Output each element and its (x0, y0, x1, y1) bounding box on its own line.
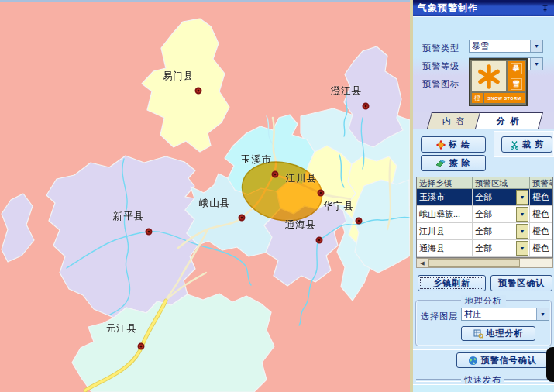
analysis-page: 标 绘 裁 剪 擦 除 选择乡镇 预警 (413, 129, 554, 392)
town-name-cell[interactable]: 玉溪市 (417, 189, 473, 205)
plot-button[interactable]: 标 绘 (421, 136, 486, 153)
area-dropdown-button[interactable]: ▼ (516, 190, 528, 205)
section-divider (413, 349, 554, 350)
area-cell[interactable]: 全部▼ (473, 189, 530, 205)
level-cell[interactable]: 橙色 (530, 206, 553, 222)
warning-icon-bottom: 橙 SNOW STORM (472, 93, 525, 103)
town-name-cell[interactable]: 通海县 (417, 240, 473, 256)
town-table-header: 选择乡镇 预警区域 预警等级 (417, 177, 552, 189)
map-top-border (0, 0, 410, 2)
area-cell[interactable]: 全部▼ (473, 223, 530, 239)
warning-level-label: 预警等级 (422, 60, 459, 72)
eraser-icon (435, 159, 446, 168)
panel-titlebar[interactable]: 气象预警制作 (413, 0, 554, 16)
area-value: 全部 (475, 242, 492, 254)
dropdown-arrow-icon[interactable]: ▼ (530, 58, 542, 70)
refresh-towns-button[interactable]: 乡镇刷新 (418, 275, 486, 291)
area-value: 全部 (475, 225, 492, 237)
layer-select-value: 村庄 (464, 308, 536, 320)
layer-select-label: 选择图层 (421, 311, 458, 322)
area-value: 全部 (475, 191, 492, 203)
clip-button[interactable]: 裁 剪 (501, 136, 552, 153)
scrollbar-thumb[interactable] (428, 259, 520, 267)
confirm-signal-button[interactable]: 预警信号确认 (456, 352, 548, 368)
geo-analysis-button[interactable]: 地理分析 (461, 326, 535, 341)
map-canvas[interactable]: 易门县澄江县玉溪市江川县华宁县峨山县新平县通海县元江县 (0, 0, 410, 392)
warning-icon-char: 暴 (511, 63, 522, 74)
geo-analysis-group: 地理分析 选择图层 村庄 ▼ 地理分析 (415, 300, 552, 346)
county-map-svg (0, 0, 410, 392)
snowflake-icon (472, 61, 506, 91)
bottom-strip (413, 384, 554, 392)
warning-icon-level: 橙 (472, 93, 483, 103)
panel-title: 气象预警制作 (418, 2, 478, 15)
warning-icon-caption: SNOW STORM (484, 93, 525, 103)
weather-warning-app: 易门县澄江县玉溪市江川县华宁县峨山县新平县通海县元江县 气象预警制作 预警类型 … (0, 0, 554, 392)
column-header-level: 预警等级 (530, 177, 553, 188)
globe-icon (468, 356, 478, 366)
area-value: 全部 (475, 208, 492, 220)
warning-icon-label: 预警图标 (422, 78, 459, 90)
tab-bar: 内 容 分 析 (413, 112, 554, 129)
dropdown-arrow-icon[interactable]: ▼ (536, 308, 549, 320)
area-cell[interactable]: 全部▼ (473, 206, 530, 222)
dropdown-arrow-icon[interactable]: ▼ (530, 40, 542, 52)
warning-type-value: 暴雪 (472, 40, 530, 52)
town-table: 选择乡镇 预警区域 预警等级 玉溪市全部▼橙色峨山彝族...全部▼橙色江川县全部… (416, 177, 553, 258)
town-name-cell[interactable]: 峨山彝族... (417, 206, 473, 222)
scroll-left-icon[interactable]: ◀ (417, 259, 428, 267)
table-search-icon (473, 329, 483, 339)
warning-panel: 气象预警制作 预警类型 暴雪 ▼ 预警等级 橙色 ▼ 预警图标 (410, 0, 554, 392)
level-cell[interactable]: 橙色 (530, 189, 553, 205)
area-dropdown-button[interactable]: ▼ (516, 241, 528, 256)
group-line (416, 379, 461, 382)
warning-type-select[interactable]: 暴雪 ▼ (469, 40, 543, 53)
table-hscrollbar[interactable]: ◀ (416, 258, 553, 268)
table-row[interactable]: 通海县全部▼橙色 (417, 240, 552, 257)
warning-type-label: 预警类型 (422, 43, 459, 54)
column-header-town: 选择乡镇 (417, 177, 473, 188)
county-region-huaning-east[interactable] (353, 180, 410, 273)
area-dropdown-button[interactable]: ▼ (516, 224, 528, 239)
area-dropdown-button[interactable]: ▼ (516, 207, 528, 222)
table-row[interactable]: 玉溪市全部▼橙色 (417, 189, 552, 206)
level-cell[interactable]: 橙色 (530, 223, 553, 239)
pin-icon[interactable] (542, 5, 549, 12)
erase-button[interactable]: 擦 除 (421, 155, 486, 171)
town-table-body: 玉溪市全部▼橙色峨山彝族...全部▼橙色江川县全部▼橙色通海县全部▼橙色 (417, 189, 552, 257)
warning-icon-chars: 暴 雪 (508, 61, 525, 91)
level-cell[interactable]: 橙色 (530, 240, 553, 256)
plot-diamond-icon (436, 140, 446, 150)
layer-select[interactable]: 村庄 ▼ (461, 308, 549, 321)
table-row[interactable]: 峨山彝族...全部▼橙色 (417, 206, 552, 223)
cutoff-popup-edge (546, 347, 554, 382)
warning-icon: 暴 雪 橙 SNOW STORM (469, 58, 528, 106)
town-name-cell[interactable]: 江川县 (417, 223, 473, 239)
column-header-area: 预警区域 (473, 177, 530, 188)
map-top-border-inner (0, 2, 410, 2)
group-line (504, 379, 549, 382)
confirm-warning-area-button[interactable]: 预警区确认 (490, 275, 552, 291)
warning-form: 预警类型 暴雪 ▼ 预警等级 橙色 ▼ 预警图标 (413, 16, 554, 112)
table-row[interactable]: 江川县全部▼橙色 (417, 223, 552, 240)
geo-group-title: 地理分析 (461, 295, 506, 307)
scissors-icon (510, 140, 519, 150)
warning-icon-char: 雪 (511, 78, 522, 90)
tab-analysis[interactable]: 分 析 (475, 112, 543, 129)
tab-content[interactable]: 内 容 (427, 112, 483, 129)
area-cell[interactable]: 全部▼ (473, 240, 530, 256)
